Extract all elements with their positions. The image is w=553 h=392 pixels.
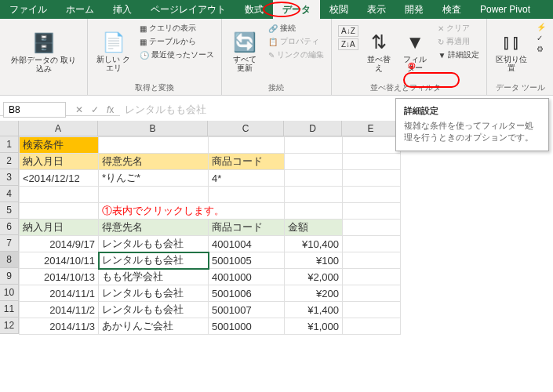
- text-to-columns-button[interactable]: ⫿⫿ 区切り位置: [492, 22, 531, 81]
- col-header-e[interactable]: E: [342, 121, 400, 136]
- cell[interactable]: 4001004: [209, 236, 285, 252]
- tab-review[interactable]: 校閲: [320, 0, 358, 19]
- cell[interactable]: 4001000: [209, 269, 285, 285]
- tool-2[interactable]: ✓: [534, 33, 548, 43]
- row-header[interactable]: 9: [0, 268, 19, 285]
- fx-icon[interactable]: fx: [104, 104, 117, 115]
- row-header[interactable]: 7: [0, 235, 19, 252]
- tool-1[interactable]: ⚡: [534, 22, 548, 32]
- cell[interactable]: [343, 203, 401, 220]
- properties-button[interactable]: 📋プロパティ: [266, 35, 326, 48]
- cell[interactable]: [285, 187, 343, 203]
- cell[interactable]: レンタルもも会社: [99, 302, 209, 318]
- cell[interactable]: [343, 137, 401, 154]
- cell[interactable]: [343, 170, 401, 187]
- cell[interactable]: 5001005: [209, 252, 285, 269]
- cell[interactable]: 商品コード: [209, 220, 285, 236]
- cell[interactable]: 商品コード: [209, 154, 285, 170]
- row-header[interactable]: 8: [0, 252, 19, 268]
- cell[interactable]: [20, 203, 99, 220]
- cell[interactable]: もも化学会社: [99, 269, 209, 285]
- row-header[interactable]: 1: [0, 136, 19, 153]
- row-header[interactable]: 2: [0, 153, 19, 169]
- cell[interactable]: 2014/11/3: [20, 318, 99, 335]
- show-queries-button[interactable]: ▦クエリの表示: [137, 22, 216, 34]
- cell[interactable]: [285, 137, 343, 154]
- filter-button[interactable]: ▼ フィルター: [398, 22, 433, 81]
- advanced-filter-button[interactable]: ▼詳細設定: [435, 49, 482, 61]
- cell[interactable]: ¥10,400: [285, 236, 343, 252]
- edit-links-button[interactable]: ✎リンクの編集: [266, 49, 326, 61]
- cell[interactable]: 5001000: [209, 318, 285, 335]
- cell[interactable]: [20, 187, 99, 203]
- cell[interactable]: 2014/9/17: [20, 236, 99, 252]
- row-header[interactable]: 5: [0, 202, 19, 219]
- tab-formulas[interactable]: 数式: [235, 0, 273, 19]
- cell[interactable]: [209, 137, 285, 154]
- cell[interactable]: 2014/10/11: [20, 252, 99, 269]
- col-header-c[interactable]: C: [208, 121, 284, 136]
- from-table-button[interactable]: ▦テーブルから: [137, 35, 216, 48]
- cell[interactable]: 2014/11/1: [20, 285, 99, 302]
- cell[interactable]: ¥100: [285, 252, 343, 269]
- cell[interactable]: 2014/11/2: [20, 302, 99, 318]
- accept-formula-icon[interactable]: ✓: [88, 104, 102, 115]
- cell[interactable]: ¥2,000: [285, 269, 343, 285]
- cell[interactable]: 2014/10/13: [20, 269, 99, 285]
- cell[interactable]: 検索条件: [20, 137, 99, 154]
- cell[interactable]: [285, 154, 343, 170]
- cell[interactable]: 5001006: [209, 285, 285, 302]
- select-all-corner[interactable]: [0, 121, 19, 136]
- tab-layout[interactable]: ページレイアウト: [141, 0, 235, 19]
- cell[interactable]: [343, 302, 401, 318]
- cell[interactable]: 得意先名: [99, 154, 209, 170]
- col-header-d[interactable]: D: [284, 121, 342, 136]
- cell[interactable]: [343, 220, 401, 236]
- cell[interactable]: ¥1,000: [285, 318, 343, 335]
- cell[interactable]: 金額: [285, 220, 343, 236]
- tab-home[interactable]: ホーム: [56, 0, 104, 19]
- reapply-filter-button[interactable]: ↻再適用: [435, 35, 482, 48]
- name-box[interactable]: [3, 102, 66, 118]
- cell[interactable]: レンタルもも会社: [99, 236, 209, 252]
- cell[interactable]: [285, 203, 343, 220]
- cell[interactable]: 5001007: [209, 302, 285, 318]
- col-header-b[interactable]: B: [98, 121, 208, 136]
- tab-inspect[interactable]: 検査: [433, 0, 471, 19]
- cell[interactable]: <2014/12/12: [20, 170, 99, 187]
- row-header[interactable]: 11: [0, 301, 19, 318]
- tab-data[interactable]: データ: [273, 0, 320, 19]
- cell[interactable]: あかりんご会社: [99, 318, 209, 335]
- tab-powerpivot[interactable]: Power Pivot: [471, 0, 540, 19]
- cell[interactable]: ¥1,400: [285, 302, 343, 318]
- connections-button[interactable]: 🔗接続: [266, 22, 326, 34]
- tab-file[interactable]: ファイル: [0, 0, 56, 19]
- tool-3[interactable]: ⚙: [534, 44, 548, 54]
- sort-button[interactable]: ⇅ 並べ替え: [363, 22, 395, 81]
- cell[interactable]: レンタルもも会社: [99, 285, 209, 302]
- cancel-formula-icon[interactable]: ✕: [72, 104, 86, 115]
- cell[interactable]: [343, 236, 401, 252]
- active-cell[interactable]: レンタルもも会社: [99, 252, 209, 269]
- row-header[interactable]: 6: [0, 219, 19, 235]
- row-header[interactable]: 4: [0, 186, 19, 202]
- recent-sources-button[interactable]: 🕒最近使ったソース: [137, 49, 216, 61]
- cell[interactable]: 4*: [209, 170, 285, 187]
- cell[interactable]: [343, 318, 401, 335]
- cell[interactable]: [343, 187, 401, 203]
- cell[interactable]: [343, 252, 401, 269]
- cell[interactable]: 得意先名: [99, 220, 209, 236]
- cell[interactable]: [285, 170, 343, 187]
- refresh-all-button[interactable]: 🔄 すべて 更新: [227, 22, 263, 81]
- tab-dev[interactable]: 開発: [395, 0, 433, 19]
- cell[interactable]: [343, 269, 401, 285]
- new-query-button[interactable]: 📄 新しい クエリ: [93, 22, 134, 81]
- external-data-button[interactable]: 🗄️ 外部データの 取り込み: [5, 22, 82, 83]
- cell[interactable]: 納入月日: [20, 154, 99, 170]
- cell[interactable]: [343, 285, 401, 302]
- tab-insert[interactable]: 挿入: [104, 0, 141, 19]
- cell[interactable]: [99, 187, 209, 203]
- sort-asc-button[interactable]: A↓Z: [338, 25, 358, 37]
- cell[interactable]: [99, 137, 209, 154]
- cell[interactable]: 納入月日: [20, 220, 99, 236]
